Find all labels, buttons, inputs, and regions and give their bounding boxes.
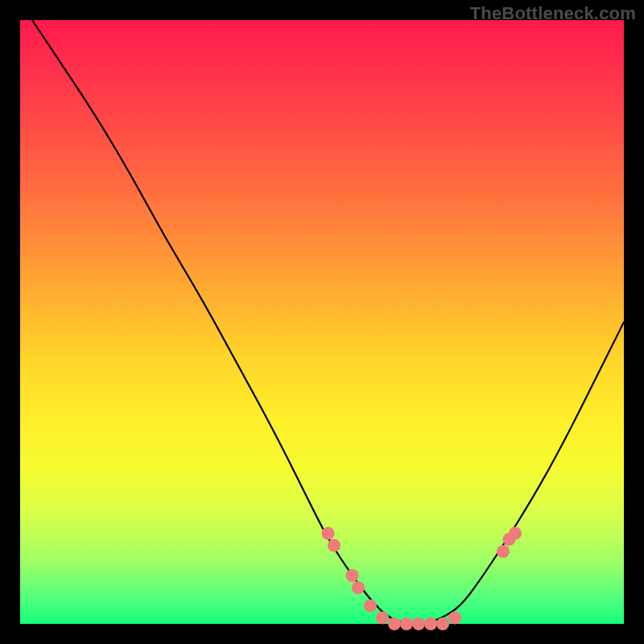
- chart-stage: TheBottleneck.com: [0, 0, 644, 644]
- scatter-points: [322, 527, 522, 631]
- data-point: [328, 539, 341, 552]
- data-point: [322, 527, 335, 540]
- curve-layer: [20, 20, 624, 624]
- data-point: [412, 617, 425, 630]
- data-point: [346, 569, 359, 582]
- data-point: [424, 617, 437, 630]
- data-point: [436, 617, 449, 630]
- data-point: [376, 612, 389, 625]
- data-point: [400, 617, 413, 630]
- data-point: [448, 612, 461, 625]
- plot-area: [20, 20, 624, 624]
- data-point: [509, 527, 522, 540]
- watermark-text: TheBottleneck.com: [470, 3, 636, 24]
- data-point: [364, 600, 377, 613]
- data-point: [497, 545, 510, 558]
- data-point: [352, 581, 365, 594]
- data-point: [388, 617, 401, 630]
